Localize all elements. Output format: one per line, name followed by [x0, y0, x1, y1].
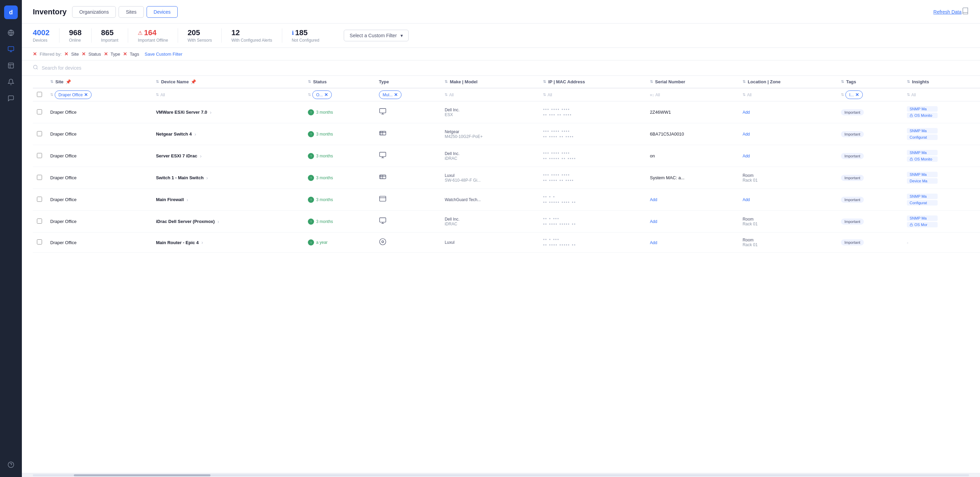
sidebar-icon-chat[interactable]	[4, 92, 18, 105]
remove-tags-filter-icon[interactable]: ✕	[123, 51, 127, 57]
device-expand-button[interactable]: ›	[207, 175, 208, 181]
clear-site-col-filter[interactable]: ✕	[84, 92, 88, 97]
add-serial-link[interactable]: Add	[650, 197, 657, 202]
stat-configured-alerts[interactable]: 12 With Configured Alerts	[231, 29, 282, 43]
cell-status: ↑a year	[304, 233, 375, 253]
save-custom-filter-link[interactable]: Save Custom Filter	[145, 52, 183, 57]
cell-insights: SNMP MaOS Mor	[903, 211, 980, 233]
sidebar-icon-bell[interactable]	[4, 75, 18, 89]
device-expand-button[interactable]: ›	[194, 132, 196, 137]
search-input[interactable]	[42, 65, 151, 71]
device-model: ESX	[445, 113, 535, 117]
sort-tags-asc[interactable]: ⇅	[841, 92, 844, 97]
clear-status-col-filter[interactable]: ✕	[324, 92, 328, 97]
sort-location-asc[interactable]: ⇅	[743, 92, 746, 97]
sort-icon-tags[interactable]: ⇅	[841, 79, 844, 84]
col-filter-ip: ⇅ All	[539, 88, 646, 101]
sort-icon-site[interactable]: ⇅	[50, 79, 53, 84]
cell-location-zone: Add	[738, 189, 837, 211]
device-expand-button[interactable]: ›	[201, 240, 203, 245]
status-time-text: 3 months	[316, 197, 333, 202]
row-checkbox[interactable]	[37, 131, 42, 136]
sort-icon-status[interactable]: ⇅	[308, 79, 311, 84]
row-checkbox[interactable]	[37, 109, 42, 114]
scrollbar-thumb[interactable]	[74, 474, 210, 476]
remove-status-filter-icon[interactable]: ✕	[82, 51, 86, 57]
stat-with-sensors[interactable]: 205 With Sensors	[188, 29, 222, 43]
sort-icon-ip[interactable]: ⇅	[543, 79, 546, 84]
status-dot-icon: ↑	[308, 109, 314, 116]
horizontal-scrollbar[interactable]	[22, 473, 980, 477]
device-type-icon	[379, 131, 387, 138]
stat-important-offline[interactable]: ⚠ 164 Important Offline	[138, 29, 178, 43]
status-filter-chip[interactable]: O... ✕	[312, 90, 331, 99]
add-location-link[interactable]: Add	[743, 132, 750, 136]
sidebar-icon-globe[interactable]	[4, 26, 18, 40]
cell-device-name: Main Firewall›	[152, 189, 304, 211]
row-checkbox[interactable]	[37, 175, 42, 180]
tab-sites[interactable]: Sites	[119, 6, 143, 18]
cell-serial: Add	[646, 189, 738, 211]
pin-icon-site[interactable]: 📌	[65, 79, 71, 84]
refresh-data-button[interactable]: Refresh Data	[934, 9, 961, 15]
sidebar-icon-inventory[interactable]	[4, 42, 18, 56]
sidebar: d	[0, 0, 22, 477]
sidebar-icon-help[interactable]	[4, 458, 18, 472]
add-serial-link[interactable]: Add	[650, 240, 657, 245]
row-checkbox[interactable]	[37, 197, 42, 202]
stat-important[interactable]: 865 Important	[101, 29, 129, 43]
col-filter-site: ⇅ Draper Office ✕	[46, 88, 152, 101]
stat-total-devices[interactable]: 4002 Devices	[33, 29, 59, 43]
sort-serial-asc[interactable]: ≡↕	[650, 93, 654, 97]
sort-icon-insights[interactable]: ⇅	[907, 79, 910, 84]
clear-tags-col-filter[interactable]: ✕	[855, 92, 859, 97]
custom-filter-select[interactable]: Select a Custom Filter ▾	[344, 30, 409, 41]
stat-online-value: 968	[69, 29, 82, 37]
remove-type-filter-icon[interactable]: ✕	[104, 51, 108, 57]
sort-insights-asc[interactable]: ⇅	[907, 92, 910, 97]
add-serial-link[interactable]: Add	[650, 219, 657, 224]
row-checkbox[interactable]	[37, 239, 42, 244]
tab-devices[interactable]: Devices	[146, 6, 178, 18]
sidebar-icon-reports[interactable]	[4, 59, 18, 72]
cell-status: ↑3 months	[304, 211, 375, 233]
row-checkbox[interactable]	[37, 219, 42, 223]
cell-make-model: LuxulSW-610-48P-F Gi...	[441, 167, 539, 189]
site-filter-chip[interactable]: Draper Office ✕	[55, 90, 92, 99]
sort-icon-make[interactable]: ⇅	[445, 79, 448, 84]
sort-icon-device-name[interactable]: ⇅	[156, 79, 159, 84]
add-location-link[interactable]: Add	[743, 197, 750, 202]
sort-site-asc[interactable]: ⇅	[50, 92, 53, 97]
row-checkbox[interactable]	[37, 153, 42, 158]
type-filter-chip[interactable]: Mul... ✕	[379, 90, 401, 99]
sort-status-asc[interactable]: ⇅	[308, 92, 311, 97]
stat-alerts-label: With Configured Alerts	[231, 38, 272, 43]
sort-icon-location[interactable]: ⇅	[743, 79, 746, 84]
ip-address: ••• •••• ••••	[543, 173, 642, 177]
pin-icon-device-name[interactable]: 📌	[191, 79, 196, 84]
stat-online[interactable]: 968 Online	[69, 29, 92, 43]
mac-address: •• ••• •• ••••	[543, 113, 642, 117]
sort-device-name-asc[interactable]: ⇅	[156, 92, 159, 97]
cell-make-model: Dell Inc.iDRAC	[441, 145, 539, 167]
cell-insights: SNMP MaOS Monito	[903, 145, 980, 167]
device-expand-button[interactable]: ›	[210, 109, 212, 115]
tags-filter-chip[interactable]: I... ✕	[845, 90, 862, 99]
remove-site-filter-icon[interactable]: ✕	[64, 51, 68, 57]
add-location-link[interactable]: Add	[743, 110, 750, 115]
select-all-checkbox[interactable]	[37, 92, 42, 97]
device-expand-button[interactable]: ›	[186, 197, 188, 203]
tab-organizations[interactable]: Organizations	[72, 6, 116, 18]
clear-all-filters-icon[interactable]: ✕	[33, 51, 37, 57]
clear-type-col-filter[interactable]: ✕	[394, 92, 398, 97]
device-expand-button[interactable]: ›	[217, 219, 219, 224]
col-filter-make-model: ⇅ All	[441, 88, 539, 101]
sort-make-asc[interactable]: ⇅	[445, 92, 448, 97]
mac-address: •• •••• •• ••••	[543, 135, 642, 139]
sort-icon-serial[interactable]: ⇅	[650, 79, 653, 84]
sort-ip-asc[interactable]: ⇅	[543, 92, 546, 97]
book-icon[interactable]	[961, 7, 969, 17]
add-location-link[interactable]: Add	[743, 154, 750, 158]
stat-not-configured[interactable]: ℹ 185 Not Configured	[292, 29, 329, 43]
device-expand-button[interactable]: ›	[200, 153, 202, 159]
